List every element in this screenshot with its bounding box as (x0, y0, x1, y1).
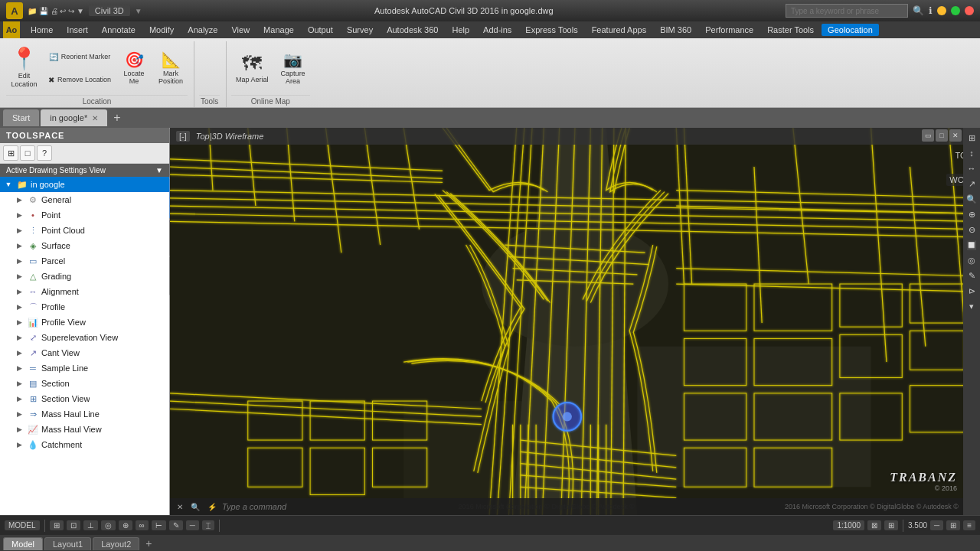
mark-position-button[interactable]: 📐 MarkPosition (154, 45, 188, 91)
vp-cmd-icon[interactable]: ⚡ (205, 502, 219, 512)
vp-restore-btn[interactable]: ▭ (922, 129, 934, 142)
tree-item-in-google[interactable]: ▼ 📁 in google (0, 177, 169, 192)
rt-btn-7[interactable]: ⊖ (965, 223, 978, 236)
fullscreen-btn[interactable]: ⊞ (946, 520, 960, 530)
tree-item-parcel[interactable]: ▶ ▭ Parcel (0, 253, 169, 269)
close-button[interactable] (965, 6, 974, 15)
ortho-btn[interactable]: ⊥ (83, 520, 98, 530)
layout-tab-layout1[interactable]: Layout1 (44, 537, 91, 550)
tree-item-grading[interactable]: ▶ △ Grading (0, 269, 169, 284)
viewport[interactable]: 2016 Microsoft Corporation © DigitalGlob… (170, 128, 980, 515)
tree-item-profile[interactable]: ▶ ⌒ Profile (0, 299, 169, 315)
rt-btn-10[interactable]: ✎ (965, 269, 978, 282)
dyn-btn[interactable]: ✎ (169, 520, 183, 530)
viewport-command-input[interactable] (222, 502, 782, 511)
tree-item-mass-haul-line[interactable]: ▶ ⇒ Mass Haul Line (0, 406, 169, 422)
keyword-search-input[interactable] (786, 4, 908, 18)
menu-addins[interactable]: Add-ins (477, 24, 518, 36)
tree-item-point[interactable]: ▶ • Point (0, 207, 169, 223)
snap-btn[interactable]: ⊡ (67, 520, 80, 530)
locate-me-button[interactable]: 🎯 LocateMe (117, 45, 151, 91)
menu-home[interactable]: Home (24, 24, 59, 36)
edit-location-button[interactable]: 📍 EditLocation (6, 45, 42, 91)
menu-expresstools[interactable]: Express Tools (519, 24, 583, 36)
vp-zoom-icon[interactable]: 🔍 (188, 502, 202, 512)
vp-max-btn[interactable]: □ (936, 129, 948, 142)
map-aerial-button[interactable]: 🗺 Map Aerial (231, 45, 273, 91)
toolspace-icon-1[interactable]: ⊞ (3, 145, 18, 161)
menu-annotate[interactable]: Annotate (96, 24, 142, 36)
menu-view[interactable]: View (225, 24, 256, 36)
tree-item-superelevation-view[interactable]: ▶ ⤢ Superelevation View (0, 330, 169, 345)
annotation-scale-btn[interactable]: 1:1000 (833, 520, 864, 530)
tree-item-general[interactable]: ▶ ⚙ General (0, 192, 169, 207)
menu-geolocation[interactable]: Geolocation (822, 24, 879, 36)
workspace-icon-btn[interactable]: ⊞ (884, 520, 898, 530)
otrack-btn[interactable]: ∞ (136, 520, 149, 530)
menu-manage[interactable]: Manage (257, 24, 300, 36)
statusbar-more-btn[interactable]: ≡ (963, 520, 975, 530)
rt-btn-4[interactable]: ↗ (965, 177, 978, 191)
menu-performance[interactable]: Performance (699, 24, 760, 36)
polar-btn[interactable]: ◎ (101, 520, 116, 530)
tp-btn[interactable]: ⌶ (202, 520, 214, 530)
rt-btn-6[interactable]: ⊕ (965, 207, 978, 221)
tree-item-point-cloud[interactable]: ▶ ⋮ Point Cloud (0, 223, 169, 238)
tree-item-profile-view[interactable]: ▶ 📊 Profile View (0, 315, 169, 330)
capture-area-button[interactable]: 📷 CaptureArea (276, 45, 310, 91)
rt-btn-11[interactable]: ⊳ (965, 284, 978, 298)
maximize-button[interactable] (951, 6, 960, 15)
search-icon[interactable]: 🔍 (913, 5, 924, 16)
menu-output[interactable]: Output (302, 24, 339, 36)
menu-modify[interactable]: Modify (143, 24, 180, 36)
model-status-btn[interactable]: MODEL (5, 520, 40, 530)
doc-tab-start[interactable]: Start (3, 109, 39, 126)
tree-item-section[interactable]: ▶ ▤ Section (0, 376, 169, 391)
info-icon[interactable]: ℹ (929, 5, 933, 16)
tree-item-cant-view[interactable]: ▶ ↗ Cant View (0, 345, 169, 360)
rt-btn-12[interactable]: ▾ (965, 299, 978, 313)
menu-featuredapps[interactable]: Featured Apps (586, 24, 653, 36)
app-icon[interactable]: A (6, 2, 23, 19)
ucs-btn[interactable]: ⊢ (152, 520, 166, 530)
annotation-icon-btn[interactable]: ⊠ (867, 520, 881, 530)
rt-btn-1[interactable]: ⊞ (965, 131, 978, 145)
rt-btn-2[interactable]: ↕ (965, 146, 978, 160)
lineweight-btn[interactable]: ─ (930, 520, 943, 530)
doc-tab-add[interactable]: + (109, 111, 125, 125)
menu-rastertools[interactable]: Raster Tools (761, 24, 820, 36)
doc-tab-ingoogle-close[interactable]: ✕ (92, 114, 98, 122)
remove-location-button[interactable]: ✖ Remove Location (45, 69, 114, 90)
menu-analyze[interactable]: Analyze (181, 24, 224, 36)
quick-access-toolbar[interactable]: 📁 💾 🖨 ↩ ↪ ▼ (28, 7, 84, 15)
reorient-marker-button[interactable]: 🔄 Reorient Marker (45, 46, 114, 67)
osnap-btn[interactable]: ⊕ (119, 520, 132, 530)
doc-tab-ingoogle[interactable]: in google* ✕ (41, 109, 107, 126)
menu-help[interactable]: Help (446, 24, 475, 36)
vp-cmd-close[interactable]: ✕ (175, 502, 185, 512)
layout-tab-model[interactable]: Model (3, 537, 43, 550)
vp-close-btn[interactable]: ✕ (949, 129, 962, 142)
tree-item-alignment[interactable]: ▶ ↔ Alignment (0, 284, 169, 299)
rt-btn-8[interactable]: 🔲 (965, 238, 978, 252)
layout-tab-add[interactable]: + (141, 537, 156, 549)
layout-tab-layout2[interactable]: Layout2 (93, 537, 139, 550)
viewport-menu-btn[interactable]: [-] (176, 131, 190, 142)
rt-btn-3[interactable]: ↔ (965, 161, 978, 175)
toolspace-help[interactable]: ? (37, 145, 52, 161)
toolspace-icon-2[interactable]: □ (20, 145, 35, 161)
workspace-selector[interactable]: Civil 3D (89, 5, 130, 16)
menu-autodesk360[interactable]: Autodesk 360 (381, 24, 444, 36)
grid-btn[interactable]: ⊞ (50, 520, 64, 530)
lw-btn[interactable]: ─ (186, 520, 199, 530)
minimize-button[interactable] (937, 6, 946, 15)
active-drawing-dropdown[interactable]: ▼ (155, 166, 163, 174)
rt-btn-5[interactable]: 🔍 (965, 192, 978, 206)
tree-item-section-view[interactable]: ▶ ⊞ Section View (0, 391, 169, 406)
menu-survey[interactable]: Survey (341, 24, 379, 36)
tree-item-sample-line[interactable]: ▶ ═ Sample Line (0, 360, 169, 376)
rt-btn-9[interactable]: ◎ (965, 253, 978, 267)
menu-bim360[interactable]: BIM 360 (654, 24, 697, 36)
menu-insert[interactable]: Insert (60, 24, 94, 36)
tree-item-catchment[interactable]: ▶ 💧 Catchment (0, 437, 169, 452)
